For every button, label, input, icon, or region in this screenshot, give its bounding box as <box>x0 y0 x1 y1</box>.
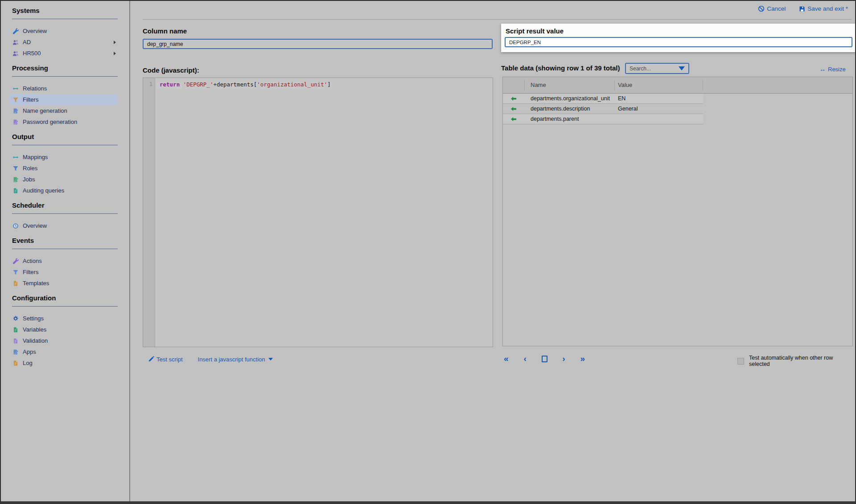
section-divider <box>12 249 118 249</box>
sidebar-item-configuration-validation[interactable]: Validation <box>9 335 118 346</box>
sidebar-item-events-filters[interactable]: Filters <box>9 266 118 278</box>
sidebar-item-configuration-apps[interactable]: Apps <box>9 346 118 357</box>
wrench-icon <box>12 258 19 264</box>
script-result-panel: Script result value DEPGRP_EN <box>501 24 856 52</box>
caret-down-icon <box>268 358 273 361</box>
sidebar-section-title: Systems <box>12 7 129 16</box>
sidebar-section-processing: ProcessingRelationsFiltersName generatio… <box>12 64 129 127</box>
doc-edit-icon <box>12 119 19 125</box>
script-result-label: Script result value <box>506 27 564 35</box>
arrows-icon <box>12 154 19 160</box>
sidebar-item-label: Templates <box>23 280 49 287</box>
sidebar-item-systems-overview[interactable]: Overview <box>9 25 118 37</box>
sidebar-section-configuration: ConfigurationSettingsVariablesValidation… <box>12 294 129 369</box>
column-header-name: Name <box>531 82 546 88</box>
sidebar-item-systems-hr500[interactable]: HR500 <box>9 48 118 59</box>
doc-edit-icon <box>12 108 19 114</box>
save-icon <box>799 6 805 12</box>
table-row[interactable]: departments.parent <box>503 114 703 124</box>
chevron-right-icon <box>114 41 116 44</box>
code-label: Code (javascript): <box>143 66 199 74</box>
funnel-icon <box>12 165 19 172</box>
sidebar-item-processing-filters[interactable]: Filters <box>9 94 118 105</box>
arrow-left-icon[interactable] <box>510 96 517 102</box>
sidebar-section-scheduler: SchedulerOverview <box>12 201 129 231</box>
code-editor[interactable]: 1 return 'DEPGRP_'+departments['organiza… <box>143 78 493 347</box>
code-token-plain: ] <box>327 81 331 88</box>
table-header-row: Name Value <box>503 77 852 94</box>
sidebar-item-output-mappings[interactable]: Mappings <box>9 152 118 163</box>
app-window: SystemsOverviewADHR500ProcessingRelation… <box>0 0 856 504</box>
table-cell-value: EN <box>618 95 703 102</box>
sidebar-item-processing-password-generation[interactable]: Password generation <box>9 116 118 127</box>
cancel-button[interactable]: Cancel <box>758 5 786 12</box>
current-row-button[interactable] <box>542 356 547 362</box>
sidebar-item-label: Mappings <box>23 154 48 160</box>
dropdown-caret-icon <box>679 66 685 70</box>
sidebar-item-label: HR500 <box>23 50 41 57</box>
first-row-button[interactable]: « <box>504 353 509 364</box>
auto-test-label: Test automatically when other row select… <box>749 355 855 367</box>
save-and-exit-button[interactable]: Save and exit * <box>799 5 848 12</box>
table-search-combobox[interactable]: Search... <box>625 63 689 74</box>
chevron-right-icon <box>114 52 116 55</box>
doc-icon <box>12 280 19 287</box>
sidebar-item-configuration-variables[interactable]: Variables <box>9 324 118 335</box>
test-script-button[interactable]: Test script <box>148 356 183 363</box>
table-cell-name: departments.organizational_unit <box>524 95 618 102</box>
funnel-icon <box>12 269 19 275</box>
sidebar: SystemsOverviewADHR500ProcessingRelation… <box>1 1 130 501</box>
sidebar-section-title: Events <box>12 237 129 246</box>
sidebar-section-title: Processing <box>12 64 129 73</box>
insert-function-dropdown[interactable]: Insert a javascript function <box>198 356 273 363</box>
sidebar-item-events-actions[interactable]: Actions <box>9 255 118 266</box>
auto-test-checkbox[interactable] <box>737 358 744 365</box>
pen-icon <box>148 356 154 362</box>
script-result-input[interactable]: DEPGRP_EN <box>505 37 852 47</box>
wrench-icon <box>12 28 19 34</box>
row-pagination: « ‹ › » <box>504 353 585 364</box>
table-cell-name: departments.description <box>524 106 618 112</box>
column-divider <box>614 80 615 90</box>
clock-icon <box>12 223 19 229</box>
section-divider <box>12 145 118 145</box>
header-divider <box>143 19 852 20</box>
sidebar-item-events-templates[interactable]: Templates <box>9 278 118 289</box>
sidebar-item-configuration-log[interactable]: Log <box>9 357 118 369</box>
sidebar-item-output-auditing-queries[interactable]: Auditing queries <box>9 185 118 196</box>
previous-row-button[interactable]: ‹ <box>523 353 526 364</box>
code-token-plain <box>180 81 183 88</box>
sidebar-item-output-roles[interactable]: Roles <box>9 163 118 174</box>
sidebar-item-scheduler-overview[interactable]: Overview <box>9 220 118 231</box>
sidebar-item-label: Settings <box>23 315 44 322</box>
arrow-left-icon[interactable] <box>510 106 517 112</box>
column-divider <box>703 80 703 90</box>
arrow-left-icon[interactable] <box>510 116 517 122</box>
sidebar-item-processing-relations[interactable]: Relations <box>9 83 118 94</box>
table-row[interactable]: departments.organizational_unitEN <box>503 94 703 104</box>
last-row-button[interactable]: » <box>580 353 585 364</box>
doc-edit-icon <box>12 349 19 355</box>
doc-icon <box>12 188 19 194</box>
code-token-string: 'DEPGRP_' <box>183 81 214 88</box>
editor-actions: Test script Insert a javascript function <box>148 354 273 365</box>
sidebar-item-label: Relations <box>23 85 47 92</box>
sidebar-item-configuration-settings[interactable]: Settings <box>9 313 118 324</box>
funnel-icon <box>12 97 19 103</box>
sidebar-section-title: Configuration <box>12 294 129 303</box>
resize-button[interactable]: ↔ Resize <box>819 66 846 73</box>
sidebar-item-systems-ad[interactable]: AD <box>9 37 118 48</box>
column-header-value: Value <box>618 82 632 88</box>
sidebar-section-title: Output <box>12 133 129 142</box>
sidebar-item-processing-name-generation[interactable]: Name generation <box>9 105 118 116</box>
sidebar-item-output-jobs[interactable]: Jobs <box>9 174 118 185</box>
sidebar-item-label: Roles <box>23 165 37 172</box>
next-row-button[interactable]: › <box>562 353 565 364</box>
column-name-input[interactable]: dep_grp_name <box>143 39 493 49</box>
doc-edit-icon <box>12 176 19 183</box>
top-action-bar: Cancel Save and exit * <box>758 5 848 12</box>
section-divider <box>12 19 118 19</box>
code-content[interactable]: return 'DEPGRP_'+departments['organizati… <box>155 78 331 347</box>
sidebar-item-label: Auditing queries <box>23 187 64 194</box>
table-row[interactable]: departments.descriptionGeneral <box>503 104 703 114</box>
